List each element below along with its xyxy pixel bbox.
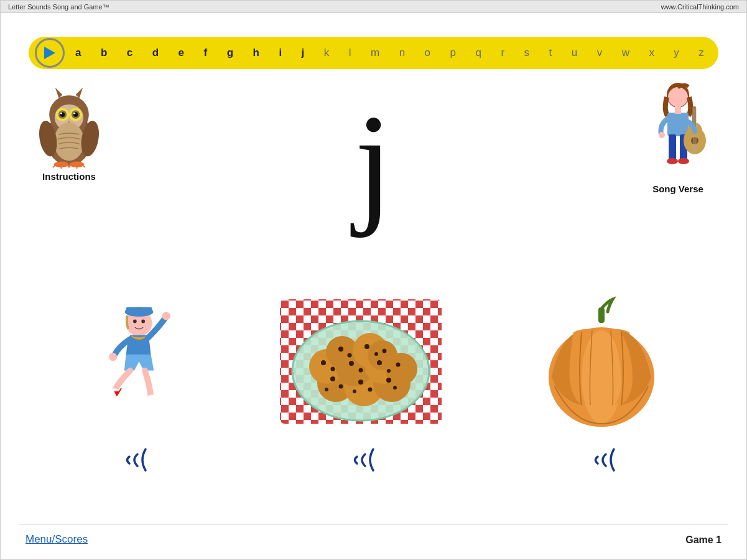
images-row [1,293,746,485]
instructions-area[interactable]: Instructions [35,82,103,182]
song-verse-icon [644,82,712,181]
pumpkin-icon [539,296,664,427]
svg-point-78 [349,361,354,366]
svg-rect-28 [675,106,681,114]
song-verse-label: Song Verse [652,184,703,194]
alpha-letter-e[interactable]: e [177,45,186,60]
play-button[interactable] [35,38,65,68]
big-letter[interactable]: j [1,94,746,231]
svg-point-85 [364,344,369,349]
alpha-letter-m[interactable]: m [369,45,381,60]
instructions-label: Instructions [42,171,96,182]
svg-rect-27 [667,113,689,136]
alpha-letter-p[interactable]: p [448,45,458,60]
svg-point-11 [60,113,62,114]
svg-point-49 [146,395,160,403]
svg-point-73 [353,390,356,393]
pumpkin-item[interactable] [539,296,664,485]
svg-marker-2 [55,88,63,98]
alpha-letter-g[interactable]: g [225,45,235,60]
svg-point-87 [383,349,387,353]
svg-point-81 [387,369,391,373]
svg-point-75 [393,386,397,390]
alpha-letter-i[interactable]: i [277,45,284,60]
svg-point-14 [54,123,84,161]
svg-point-69 [339,385,343,389]
cookies-icon [274,293,448,427]
cookies-item[interactable] [274,293,448,485]
jumping-boy-item[interactable] [83,302,183,485]
wave-icon-1 [111,443,155,477]
svg-rect-43 [126,307,152,314]
main-content: abcdefghijklmnopqrstuvwxyz j [1,13,746,559]
owl-icon [35,82,103,169]
alpha-letter-y[interactable]: y [672,45,681,60]
svg-point-46 [162,312,170,320]
svg-point-74 [386,378,391,383]
svg-rect-29 [669,134,676,161]
svg-point-45 [141,320,145,324]
svg-point-67 [368,340,397,370]
alpha-letter-f[interactable]: f [202,45,210,60]
game-label: Game 1 [685,534,721,546]
wave-icon-2 [339,443,383,477]
alpha-letter-c[interactable]: c [125,45,134,60]
svg-point-82 [396,363,401,367]
alpha-letter-d[interactable]: d [151,45,160,60]
svg-point-32 [678,158,689,164]
alpha-letter-z[interactable]: z [697,45,706,60]
cookies-sound[interactable] [339,443,383,485]
svg-point-86 [374,352,378,356]
svg-point-76 [321,360,326,365]
alpha-letter-l[interactable]: l [347,45,353,60]
alpha-letter-u[interactable]: u [570,45,579,60]
svg-point-90 [582,330,621,424]
svg-point-68 [330,376,335,381]
app-title: Letter Sounds Song and Game™ [8,3,109,11]
wave-icon-3 [580,443,623,477]
menu-scores-link[interactable]: Menu/Scores [26,533,88,546]
svg-point-83 [338,347,343,352]
svg-point-79 [359,368,363,373]
svg-point-44 [133,320,137,324]
svg-marker-3 [76,88,83,98]
svg-point-84 [348,353,352,358]
alpha-letter-w[interactable]: w [620,45,631,60]
svg-point-71 [358,380,363,385]
alphabet-bar: abcdefghijklmnopqrstuvwxyz [29,37,718,69]
alpha-letter-k[interactable]: k [322,45,332,60]
alpha-letter-a[interactable]: a [73,45,83,60]
alpha-letter-q[interactable]: q [473,45,483,60]
alpha-letter-j[interactable]: j [300,45,307,60]
alpha-letter-b[interactable]: b [99,45,109,60]
svg-point-47 [109,353,117,361]
alpha-letter-s[interactable]: s [522,45,532,60]
song-verse-area[interactable]: Song Verse [644,82,712,194]
alpha-letter-o[interactable]: o [423,45,432,60]
svg-point-26 [668,87,688,107]
alpha-letter-h[interactable]: h [251,45,261,60]
alpha-letter-v[interactable]: v [595,45,605,60]
website: www.CriticalThinking.com [661,3,739,11]
alpha-letter-n[interactable]: n [397,45,407,60]
pumpkin-sound[interactable] [580,443,623,485]
divider [19,525,728,525]
svg-point-40 [659,132,665,138]
alphabet-letters: abcdefghijklmnopqrstuvwxyz [73,45,706,60]
svg-point-77 [331,367,335,371]
alpha-letter-r[interactable]: r [499,45,506,60]
svg-point-80 [377,360,382,365]
svg-point-31 [667,158,678,164]
svg-point-72 [368,388,373,392]
svg-point-12 [73,113,75,114]
alpha-letter-t[interactable]: t [547,45,554,60]
top-bar: Letter Sounds Song and Game™ www.Critica… [1,1,746,13]
svg-rect-88 [598,307,605,323]
svg-point-70 [325,388,328,391]
jumping-boy-icon [83,302,183,427]
jumping-boy-sound[interactable] [111,443,155,485]
alpha-letter-x[interactable]: x [647,45,656,60]
